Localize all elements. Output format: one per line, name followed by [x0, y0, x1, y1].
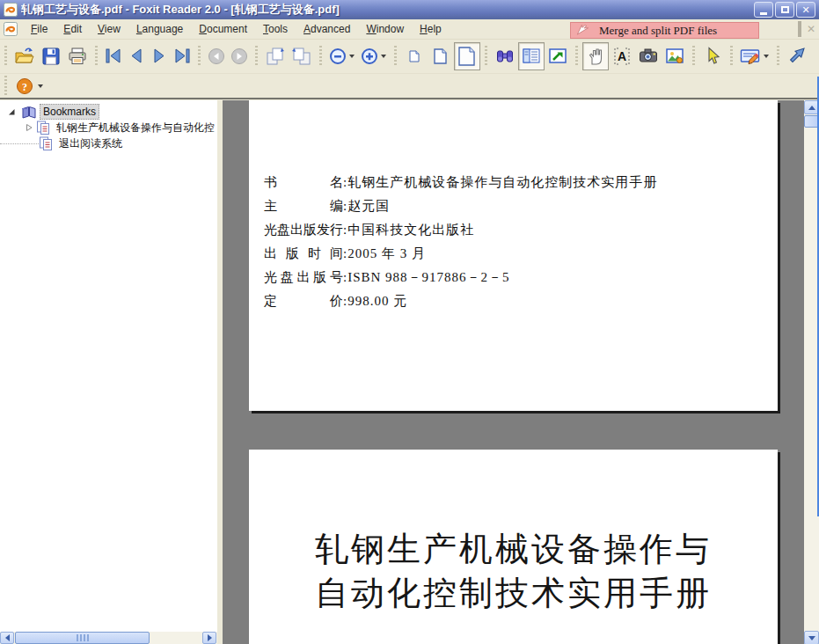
open-button[interactable]	[11, 42, 38, 70]
foxit-reader-window: 轧钢工艺与设备.pdf - Foxit Reader 2.0 - [轧钢工艺与设…	[0, 0, 819, 644]
merge-split-banner[interactable]: Merge and split PDF files	[570, 22, 759, 39]
first-page-icon	[103, 46, 124, 67]
toolbar-grip[interactable]	[4, 76, 7, 97]
zoom-in-dropdown-icon[interactable]	[381, 55, 386, 58]
toolbar-grip[interactable]	[485, 46, 487, 67]
mdi-restore-icon[interactable]	[798, 24, 801, 34]
toolbar-grip[interactable]	[198, 46, 201, 67]
svg-text:?: ?	[22, 80, 27, 92]
menu-help[interactable]: Help	[412, 19, 450, 39]
actual-size-button[interactable]	[401, 42, 428, 70]
window-title: 轧钢工艺与设备.pdf - Foxit Reader 2.0 - [轧钢工艺与设…	[21, 2, 750, 18]
toolbar-grip[interactable]	[394, 46, 397, 67]
minimize-icon[interactable]	[754, 2, 773, 18]
select-annotation-button[interactable]	[699, 42, 726, 70]
note-tool-button[interactable]	[737, 42, 764, 70]
previous-page-icon	[126, 46, 147, 67]
link-tool-button[interactable]	[784, 42, 810, 70]
maximize-icon[interactable]	[775, 2, 794, 18]
menu-window[interactable]: Window	[358, 19, 412, 39]
bookmark-item[interactable]: 轧钢生产机械设备操作与自动化控	[0, 120, 217, 135]
menu-file[interactable]: File	[23, 19, 55, 39]
help-button[interactable]: ?	[11, 76, 38, 97]
fit-width-button[interactable]	[454, 42, 480, 70]
vertical-scrollbar[interactable]	[804, 100, 819, 644]
go-forward-button[interactable]	[228, 42, 251, 70]
bookmark-item-label[interactable]: 退出阅读系统	[56, 135, 125, 152]
hand-icon	[585, 46, 606, 67]
navigation-panels-button[interactable]	[518, 42, 545, 70]
last-page-button[interactable]	[171, 42, 194, 70]
menu-advanced[interactable]: Advanced	[296, 19, 358, 39]
zoom-out-dropdown-icon[interactable]	[349, 55, 355, 58]
hand-tool-button[interactable]	[582, 42, 609, 70]
close-icon[interactable]: ✕	[796, 2, 815, 18]
bookmark-page-icon	[39, 136, 54, 150]
next-page-icon	[149, 46, 170, 67]
scroll-down-icon[interactable]	[804, 631, 819, 644]
colophon-line: 出版时间:2005 年 3 月	[264, 242, 778, 266]
menu-edit[interactable]: Edit	[55, 19, 90, 39]
open-folder-icon	[14, 46, 35, 67]
first-page-button[interactable]	[102, 42, 125, 70]
zoom-in-icon	[360, 47, 379, 66]
note-tool-dropdown-icon[interactable]	[764, 55, 769, 58]
previous-view-icon	[264, 46, 287, 67]
select-text-button[interactable]: A	[609, 42, 635, 70]
zoom-out-button[interactable]	[326, 42, 349, 70]
horizontal-scroll-thumb[interactable]	[15, 632, 150, 644]
bookmarks-root-row[interactable]: Bookmarks	[0, 104, 217, 120]
image-tool-button[interactable]	[662, 42, 688, 70]
export-button[interactable]	[545, 42, 571, 70]
pdf-page-2: 轧钢生产机械设备操作与 自动化控制技术实用手册	[249, 450, 778, 644]
menu-document[interactable]: Document	[191, 19, 255, 39]
toolbar-grip[interactable]	[95, 46, 98, 67]
bookmarks-horizontal-scrollbar[interactable]	[0, 632, 217, 644]
scroll-right-icon[interactable]	[202, 632, 216, 644]
colophon-line: 光盘出版发行:中国科技文化出版社	[264, 218, 778, 242]
save-button[interactable]	[38, 42, 64, 70]
help-icon: ?	[15, 77, 34, 96]
document-view[interactable]: 书名:轧钢生产机械设备操作与自动化控制技术实用手册 主编:赵元国 光盘出版发行:…	[223, 100, 804, 644]
toolbar-grip[interactable]	[255, 46, 258, 67]
colophon-block: 书名:轧钢生产机械设备操作与自动化控制技术实用手册 主编:赵元国 光盘出版发行:…	[249, 100, 778, 313]
fit-page-button[interactable]	[428, 42, 454, 70]
document-icon	[4, 22, 18, 36]
tree-collapse-icon[interactable]	[7, 107, 16, 116]
navigation-panel-icon	[521, 46, 542, 67]
toolbar-grip[interactable]	[319, 46, 322, 67]
bookmarks-header[interactable]: Bookmarks	[40, 104, 99, 120]
snapshot-button[interactable]	[635, 42, 662, 70]
find-button[interactable]	[492, 42, 518, 70]
tree-expand-icon[interactable]	[26, 123, 33, 132]
zoom-in-button[interactable]	[358, 42, 381, 70]
binoculars-icon	[494, 46, 516, 67]
next-page-button[interactable]	[148, 42, 171, 70]
previous-page-button[interactable]	[125, 42, 148, 70]
menu-tools[interactable]: Tools	[255, 19, 296, 39]
toolbar-grip[interactable]	[730, 46, 733, 67]
go-back-button[interactable]	[205, 42, 228, 70]
toolbar-grip[interactable]	[4, 46, 7, 67]
toolbar-grip[interactable]	[692, 46, 695, 67]
menu-items: File Edit View Language Document Tools A…	[23, 19, 450, 39]
cursor-arrow-icon	[576, 25, 590, 37]
book-title-line2: 自动化控制技术实用手册	[249, 571, 778, 615]
menu-view[interactable]: View	[90, 19, 128, 39]
toolbar-grip[interactable]	[575, 46, 578, 67]
scroll-left-icon[interactable]	[0, 632, 14, 644]
next-view-button[interactable]	[289, 42, 315, 70]
print-button[interactable]	[64, 42, 91, 70]
bookmark-item[interactable]: 退出阅读系统	[0, 135, 217, 151]
bookmark-item-label[interactable]: 轧钢生产机械设备操作与自动化控	[54, 120, 217, 136]
menu-language[interactable]: Language	[128, 19, 191, 39]
previous-view-button[interactable]	[262, 42, 289, 70]
actual-size-icon	[404, 46, 425, 67]
mdi-close-icon[interactable]: ✕	[807, 24, 815, 34]
help-dropdown-icon[interactable]	[38, 84, 43, 88]
workspace: Bookmarks 轧钢生产机械设备操作与自动化控	[0, 99, 819, 644]
bookmarks-book-icon	[21, 106, 37, 119]
northeast-arrow-icon	[786, 46, 808, 67]
back-arrow-icon	[207, 47, 226, 66]
toolbar-grip[interactable]	[777, 46, 779, 67]
